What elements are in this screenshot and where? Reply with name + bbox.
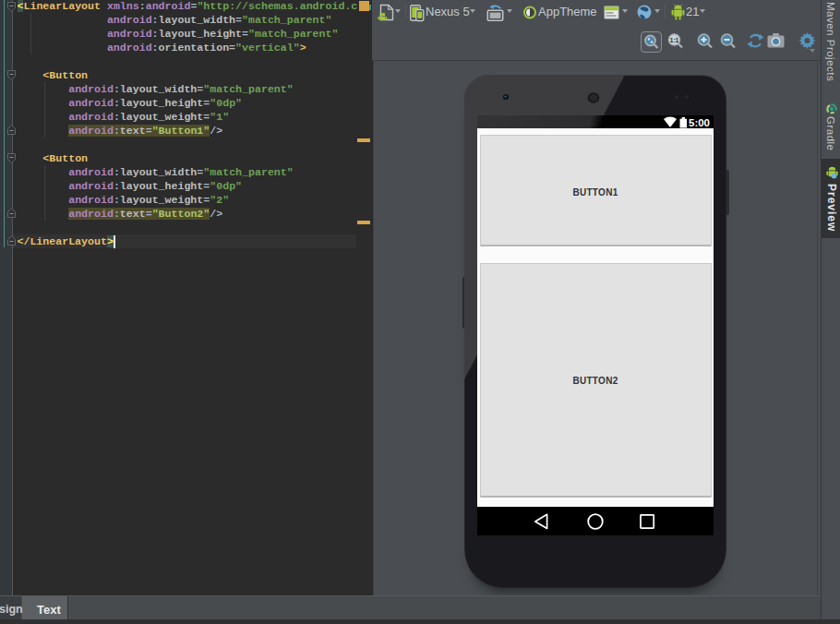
svg-text:1:1: 1:1 <box>670 37 679 43</box>
svg-text:5:00: 5:00 <box>689 117 710 128</box>
